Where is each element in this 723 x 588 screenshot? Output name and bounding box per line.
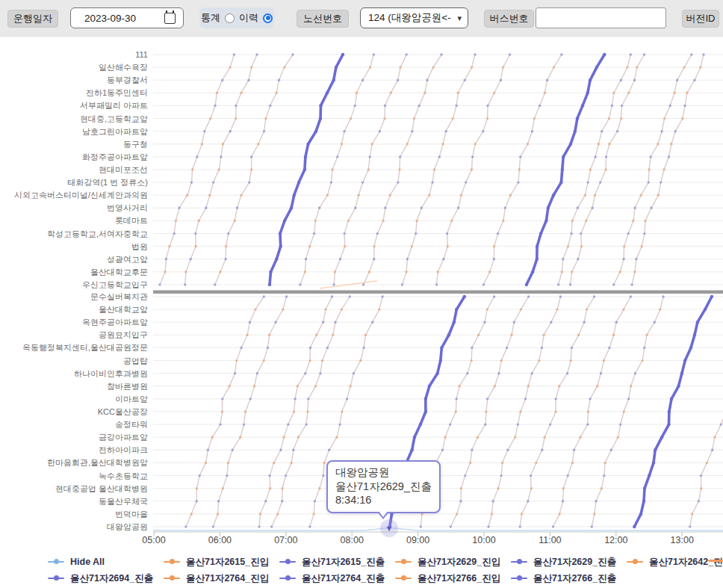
history-radio[interactable] (263, 13, 273, 23)
trip-point (626, 66, 628, 68)
trip-point (561, 270, 563, 273)
stats-radio[interactable] (225, 13, 235, 23)
legend-label: 울산71자2629_진입 (418, 556, 500, 569)
trip-point (341, 308, 343, 310)
trip-point (608, 117, 610, 120)
trip-point (604, 168, 606, 170)
trip-point (483, 321, 485, 324)
trip-point (306, 143, 309, 146)
legend-line-icon (627, 558, 643, 566)
legend-item[interactable]: 울산71자2764_진입 (164, 572, 279, 585)
trip-point (502, 220, 504, 222)
trip-point (304, 270, 306, 273)
trip-point (313, 232, 315, 235)
station-label: 현대중공업 울산대학병원 (0, 483, 148, 494)
trip-point (373, 245, 375, 247)
highlighted-point-marker[interactable]: ▼ (380, 519, 398, 537)
route-select[interactable]: 124 (대왕암공원<- ▾ (360, 7, 468, 28)
trip-point (233, 53, 235, 55)
trip-point (650, 207, 652, 209)
legend-item[interactable]: 울산71자2629_진출 (511, 556, 627, 569)
trip-point (399, 155, 401, 158)
tooltip-time: 8:34:16 (335, 493, 432, 507)
trip-point (165, 258, 167, 260)
trip-point (332, 78, 335, 81)
trip-point (178, 207, 180, 209)
trip-point (450, 525, 452, 527)
legend-item[interactable]: 울산71자2615_진출 (279, 556, 395, 569)
trip-point (668, 155, 670, 158)
calendar-icon[interactable] (164, 13, 176, 24)
trip-point (580, 245, 583, 247)
legend-item[interactable]: Hide All (48, 557, 164, 567)
trip-point (447, 245, 449, 247)
version-id-button[interactable]: 버전ID (682, 10, 719, 28)
legend-item[interactable]: 울산71자2642_진입 (627, 556, 723, 569)
station-label: 울산대학교후문 (0, 267, 148, 277)
trip-point (610, 449, 612, 451)
trip-point (203, 130, 205, 132)
trip-point (411, 130, 413, 132)
trip-point (292, 449, 294, 451)
trip-point (190, 513, 193, 515)
legend-item[interactable]: 울산71자2766_진출 (511, 572, 627, 585)
bus-number-button[interactable]: 버스번호 (484, 10, 534, 28)
trip-point (541, 347, 543, 349)
trip-point (184, 283, 186, 285)
time-tick-label: 07:00 (264, 535, 308, 545)
trip-point (549, 423, 551, 425)
station-label: 동울산우체국 (0, 496, 148, 507)
trip-point (267, 347, 269, 349)
legend-item[interactable]: 울산71자2629_진입 (395, 556, 511, 569)
trip-point (574, 130, 577, 133)
trip-point (384, 207, 386, 209)
trip-point (517, 181, 519, 183)
hide-all-line[interactable] (153, 528, 723, 531)
station-label: 성광여고앞 (0, 254, 148, 264)
date-input[interactable]: 2023-09-30 (70, 7, 184, 28)
trip-point (190, 181, 193, 183)
bus-number-input[interactable] (536, 7, 666, 28)
trip-point (413, 436, 416, 439)
trip-point (506, 449, 509, 451)
trip-point (326, 347, 329, 349)
legend-item[interactable]: 울산71자2766_진입 (395, 572, 511, 585)
trip-point (428, 385, 431, 388)
trip-point (319, 104, 322, 107)
trip-point (587, 181, 589, 183)
station-label: 롯데마트 (0, 215, 148, 226)
trip-point (535, 462, 537, 464)
legend-item-clipped-marker[interactable] (708, 560, 723, 562)
route-number-button[interactable]: 노선번호 (297, 10, 349, 28)
trip-point (229, 130, 232, 132)
trip-point (698, 500, 700, 502)
trip-point (536, 245, 539, 248)
app-window: 운행일자 2023-09-30 통계 이력 노선번호 124 (대왕암공원<- … (0, 0, 723, 588)
trip-point (411, 245, 413, 247)
station-label: 법원 (0, 241, 148, 252)
trip-point (632, 220, 634, 222)
operation-date-button[interactable]: 운행일자 (7, 10, 58, 28)
trip-point (502, 66, 504, 68)
date-value: 2023-09-30 (84, 13, 136, 24)
trip-point (612, 334, 615, 336)
trip-point (268, 283, 271, 286)
trip-point (164, 270, 166, 273)
station-label: 번영사거리 (0, 202, 148, 213)
legend-item[interactable]: 울산71자2694_진출 (48, 572, 164, 585)
trip-point (471, 168, 473, 170)
trip-point (269, 487, 271, 489)
station-label: 송정타워 (0, 419, 148, 430)
trip-point (455, 308, 458, 311)
trip-point (350, 385, 352, 387)
trip-point (235, 105, 237, 107)
trip-point (657, 143, 659, 145)
trip-point (586, 423, 589, 425)
legend-item[interactable]: 울산71자2615_진입 (164, 556, 279, 569)
trip-point (474, 143, 477, 145)
trip-point (307, 397, 309, 400)
legend-item[interactable]: 울산71자2764_진출 (279, 572, 395, 585)
trip-point (398, 168, 400, 170)
trip-point (199, 474, 201, 477)
trip-point (644, 220, 646, 222)
